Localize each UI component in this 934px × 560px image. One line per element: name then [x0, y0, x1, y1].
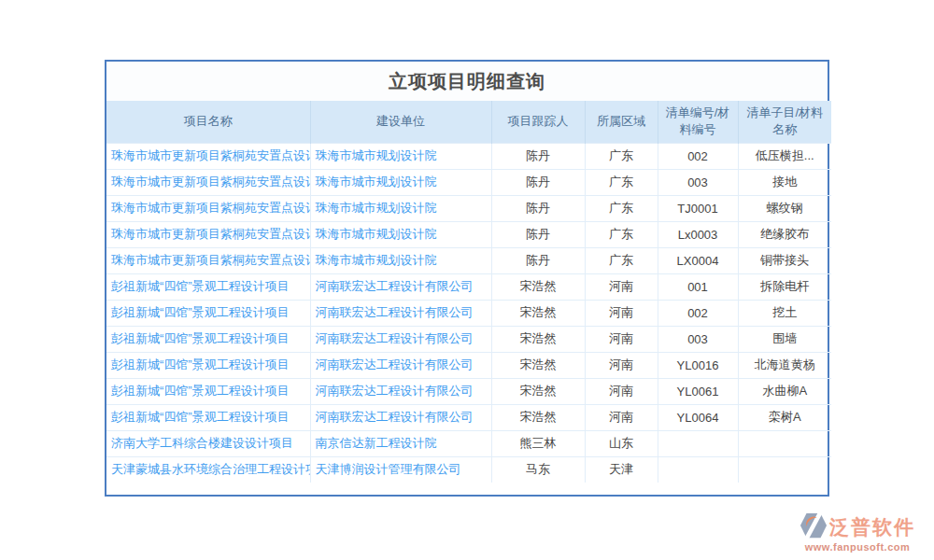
region-cell: 广东 — [585, 247, 658, 273]
construction-unit-cell[interactable]: 河南联宏达工程设计有限公司 — [310, 273, 491, 300]
construction-unit-cell[interactable]: 河南联宏达工程设计有限公司 — [310, 300, 491, 326]
table-row: 珠海市城市更新项目紫桐苑安置点设计珠海市城市规划设计院陈丹广东Lx0003绝缘胶… — [106, 221, 831, 247]
table-row: 彭祖新城“四馆”景观工程设计项目河南联宏达工程设计有限公司宋浩然河南002挖土 — [106, 300, 831, 326]
table-row: 彭祖新城“四馆”景观工程设计项目河南联宏达工程设计有限公司宋浩然河南003围墙 — [106, 326, 831, 352]
tracker-cell: 陈丹 — [491, 247, 585, 273]
vendor-url-link[interactable]: www.fanpusoft.com — [805, 541, 911, 553]
region-cell: 广东 — [585, 195, 658, 221]
fanpu-logo-icon — [800, 511, 828, 543]
table-row: 彭祖新城“四馆”景观工程设计项目河南联宏达工程设计有限公司宋浩然河南YL0016… — [106, 352, 831, 378]
page-title: 立项项目明细查询 — [106, 62, 828, 101]
construction-unit-cell[interactable]: 河南联宏达工程设计有限公司 — [310, 404, 491, 430]
material-name-cell: 铜带接头 — [738, 247, 831, 273]
tracker-cell: 陈丹 — [491, 221, 585, 247]
list-code-cell: LX0004 — [658, 247, 738, 273]
region-cell: 河南 — [585, 352, 658, 378]
project-name-cell[interactable]: 彭祖新城“四馆”景观工程设计项目 — [106, 378, 310, 404]
material-name-cell: 水曲柳A — [738, 378, 831, 404]
column-header-material-name: 清单子目/材料名称 — [738, 101, 831, 143]
region-cell: 河南 — [585, 378, 658, 404]
table-row: 天津蒙城县水环境综合治理工程设计项目天津博润设计管理有限公司马东天津 — [106, 456, 831, 483]
tracker-cell: 宋浩然 — [491, 273, 585, 300]
list-code-cell — [658, 456, 738, 483]
region-cell: 广东 — [585, 221, 658, 247]
construction-unit-cell[interactable]: 珠海市城市规划设计院 — [310, 143, 491, 169]
construction-unit-cell[interactable]: 河南联宏达工程设计有限公司 — [310, 352, 491, 378]
list-code-cell: YL0016 — [658, 352, 738, 378]
tracker-cell: 熊三林 — [491, 430, 585, 456]
table-row: 珠海市城市更新项目紫桐苑安置点设计珠海市城市规划设计院陈丹广东003接地 — [106, 169, 831, 195]
column-header-list-code: 清单编号/材料编号 — [658, 101, 738, 143]
list-code-cell: 003 — [658, 169, 738, 195]
region-cell: 广东 — [585, 169, 658, 195]
region-cell: 河南 — [585, 326, 658, 352]
table-row: 彭祖新城“四馆”景观工程设计项目河南联宏达工程设计有限公司宋浩然河南YL0061… — [106, 378, 831, 404]
construction-unit-cell[interactable]: 珠海市城市规划设计院 — [310, 247, 491, 273]
list-code-cell: 002 — [658, 300, 738, 326]
tracker-cell: 宋浩然 — [491, 378, 585, 404]
tracker-cell: 宋浩然 — [491, 300, 585, 326]
project-name-cell[interactable]: 天津蒙城县水环境综合治理工程设计项目 — [106, 456, 310, 483]
material-name-cell: 挖土 — [738, 300, 831, 326]
region-cell: 广东 — [585, 143, 658, 169]
material-name-cell: 栾树A — [738, 404, 831, 430]
table-row: 珠海市城市更新项目紫桐苑安置点设计珠海市城市规划设计院陈丹广东TJ0001螺纹钢 — [106, 195, 831, 221]
list-code-cell: 001 — [658, 273, 738, 300]
tracker-cell: 宋浩然 — [491, 352, 585, 378]
tracker-cell: 陈丹 — [491, 143, 585, 169]
table-body: 珠海市城市更新项目紫桐苑安置点设计珠海市城市规划设计院陈丹广东002低压横担..… — [106, 143, 831, 483]
project-name-cell[interactable]: 珠海市城市更新项目紫桐苑安置点设计 — [106, 169, 310, 195]
project-name-cell[interactable]: 彭祖新城“四馆”景观工程设计项目 — [106, 404, 310, 430]
tracker-cell: 宋浩然 — [491, 326, 585, 352]
tracker-cell: 宋浩然 — [491, 404, 585, 430]
vendor-brand-name: 泛普软件 — [829, 514, 915, 540]
vendor-watermark: 泛普软件 www.fanpusoft.com — [792, 511, 923, 553]
list-code-cell: 003 — [658, 326, 738, 352]
material-name-cell: 接地 — [738, 169, 831, 195]
column-header-region: 所属区域 — [585, 101, 658, 143]
material-name-cell — [738, 430, 831, 456]
project-name-cell[interactable]: 彭祖新城“四馆”景观工程设计项目 — [106, 273, 310, 300]
project-name-cell[interactable]: 彭祖新城“四馆”景观工程设计项目 — [106, 326, 310, 352]
column-header-construction-unit: 建设单位 — [310, 101, 491, 143]
table-row: 珠海市城市更新项目紫桐苑安置点设计珠海市城市规划设计院陈丹广东002低压横担..… — [106, 143, 831, 169]
list-code-cell: YL0061 — [658, 378, 738, 404]
region-cell: 河南 — [585, 300, 658, 326]
region-cell: 天津 — [585, 456, 658, 483]
list-code-cell: 002 — [658, 143, 738, 169]
project-name-cell[interactable]: 彭祖新城“四馆”景观工程设计项目 — [106, 352, 310, 378]
project-name-cell[interactable]: 珠海市城市更新项目紫桐苑安置点设计 — [106, 247, 310, 273]
construction-unit-cell[interactable]: 天津博润设计管理有限公司 — [310, 456, 491, 483]
material-name-cell: 绝缘胶布 — [738, 221, 831, 247]
construction-unit-cell[interactable]: 河南联宏达工程设计有限公司 — [310, 378, 491, 404]
table-row: 彭祖新城“四馆”景观工程设计项目河南联宏达工程设计有限公司宋浩然河南YL0064… — [106, 404, 831, 430]
construction-unit-cell[interactable]: 南京信达新工程设计院 — [310, 430, 491, 456]
construction-unit-cell[interactable]: 珠海市城市规划设计院 — [310, 221, 491, 247]
project-name-cell[interactable]: 济南大学工科综合楼建设设计项目 — [106, 430, 310, 456]
list-code-cell: Lx0003 — [658, 221, 738, 247]
tracker-cell: 陈丹 — [491, 169, 585, 195]
material-name-cell: 围墙 — [738, 326, 831, 352]
query-result-panel: 立项项目明细查询 项目名称 建设单位 项目跟踪人 所属区域 清单编号/材料编号 … — [105, 60, 829, 497]
region-cell: 河南 — [585, 273, 658, 300]
construction-unit-cell[interactable]: 珠海市城市规划设计院 — [310, 195, 491, 221]
construction-unit-cell[interactable]: 河南联宏达工程设计有限公司 — [310, 326, 491, 352]
table-row: 珠海市城市更新项目紫桐苑安置点设计珠海市城市规划设计院陈丹广东LX0004铜带接… — [106, 247, 831, 273]
construction-unit-cell[interactable]: 珠海市城市规划设计院 — [310, 169, 491, 195]
column-header-tracker: 项目跟踪人 — [491, 101, 585, 143]
project-name-cell[interactable]: 珠海市城市更新项目紫桐苑安置点设计 — [106, 221, 310, 247]
list-code-cell: TJ0001 — [658, 195, 738, 221]
region-cell: 山东 — [585, 430, 658, 456]
region-cell: 河南 — [585, 404, 658, 430]
project-name-cell[interactable]: 珠海市城市更新项目紫桐苑安置点设计 — [106, 195, 310, 221]
tracker-cell: 陈丹 — [491, 195, 585, 221]
column-header-project-name: 项目名称 — [106, 101, 310, 143]
material-name-cell: 螺纹钢 — [738, 195, 831, 221]
material-name-cell — [738, 456, 831, 483]
tracker-cell: 马东 — [491, 456, 585, 483]
table-header: 项目名称 建设单位 项目跟踪人 所属区域 清单编号/材料编号 清单子目/材料名称 — [106, 101, 831, 143]
project-name-cell[interactable]: 彭祖新城“四馆”景观工程设计项目 — [106, 300, 310, 326]
list-code-cell — [658, 430, 738, 456]
project-detail-table: 项目名称 建设单位 项目跟踪人 所属区域 清单编号/材料编号 清单子目/材料名称… — [106, 101, 831, 483]
project-name-cell[interactable]: 珠海市城市更新项目紫桐苑安置点设计 — [106, 143, 310, 169]
